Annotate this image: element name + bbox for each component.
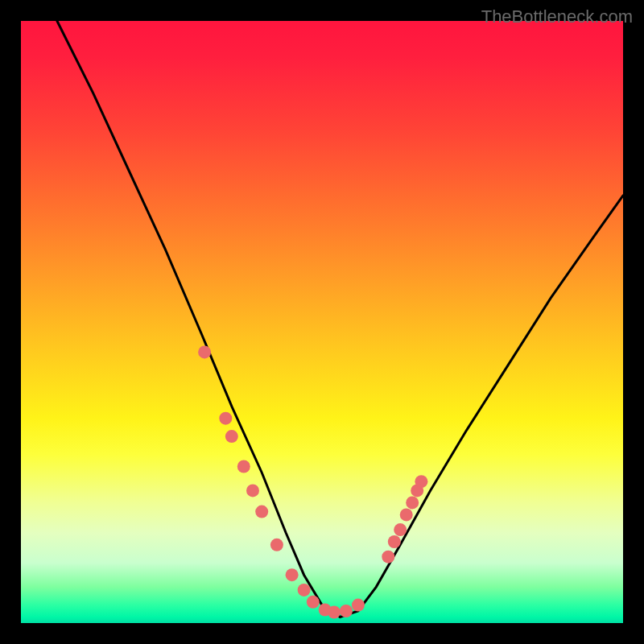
data-point xyxy=(328,606,341,619)
data-point xyxy=(298,584,311,597)
data-point xyxy=(198,345,211,358)
data-point xyxy=(219,412,232,425)
data-point xyxy=(270,539,283,551)
watermark-text: TheBottleneck.com xyxy=(481,6,633,27)
data-point xyxy=(286,568,299,581)
data-point xyxy=(394,523,407,536)
plot-frame xyxy=(21,21,623,623)
data-point xyxy=(400,508,413,521)
data-points-group xyxy=(198,345,427,618)
data-point xyxy=(382,551,394,564)
data-point xyxy=(415,475,427,488)
data-point xyxy=(255,506,268,518)
data-point xyxy=(406,496,419,509)
data-point xyxy=(352,599,365,612)
data-point xyxy=(246,484,259,497)
bottleneck-curve xyxy=(57,21,623,617)
data-point xyxy=(225,430,238,443)
data-point xyxy=(237,460,250,473)
data-point xyxy=(388,535,401,548)
chart-svg xyxy=(21,21,623,623)
data-point xyxy=(307,596,320,609)
data-point xyxy=(340,605,353,617)
